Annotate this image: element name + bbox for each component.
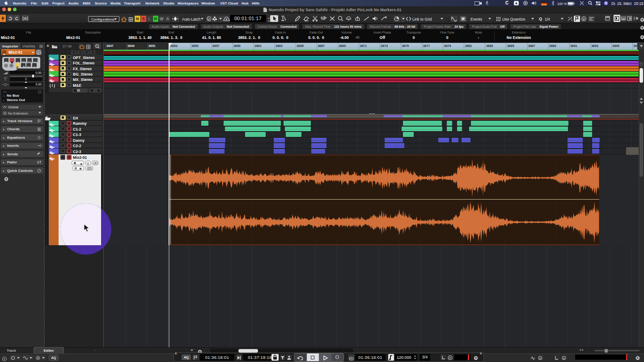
svg-text:e: e (208, 17, 210, 21)
svg-text:e: e (38, 51, 39, 55)
svg-text:e: e (563, 357, 565, 360)
svg-text:0: 0 (34, 66, 35, 69)
svg-text:e: e (449, 356, 451, 360)
svg-text:e: e (539, 357, 541, 360)
svg-text:e: e (583, 17, 585, 21)
